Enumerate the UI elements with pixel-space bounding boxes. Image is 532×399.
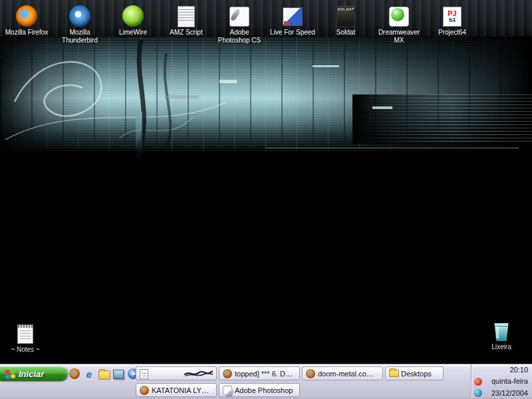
tray-icon-1[interactable] — [474, 378, 482, 386]
firefox-quick-icon[interactable] — [69, 368, 80, 379]
taskbar-row-2: KATATONIA LYRICS - ... Adobe Photoshop — [136, 383, 300, 397]
folder-quick-icon[interactable] — [98, 368, 109, 379]
script-page-icon — [178, 6, 195, 27]
internet-explorer-quick-icon[interactable]: e — [84, 368, 94, 379]
task-area-grip[interactable] — [132, 369, 134, 380]
wallpaper-glitch-chip — [313, 65, 339, 67]
desktop-icon-mozilla-thunderbird[interactable]: Mozilla Thunderbird — [53, 3, 106, 45]
wallpaper-watermark: informica.com — [165, 94, 199, 99]
clock-weekday: quinta-feira — [491, 378, 528, 385]
desktop-icon-label: Lixeira — [491, 343, 511, 351]
wallpaper-streak-lines — [352, 94, 532, 144]
start-button[interactable]: Iniciar — [0, 366, 68, 381]
firefox-icon — [223, 369, 232, 378]
taskbar-row-1: topped] *** 6. Doom... doom-metal.com fo… — [136, 366, 444, 380]
desktop-icon-label: Dreamweaver MX — [373, 29, 425, 45]
desktop-icon-project64[interactable]: PJ 64 Project64 — [426, 3, 479, 45]
task-button-label: doom-metal.com foru... — [318, 370, 379, 378]
recycle-bin-icon — [493, 323, 509, 341]
desktop-icon-adobe-photoshop-cs[interactable]: Adobe Photoshop CS — [213, 3, 266, 45]
task-button-label: Adobe Photoshop — [235, 386, 296, 394]
wallpaper-thin-line — [266, 148, 519, 148]
photoshop-feather-icon — [229, 7, 249, 27]
folder-icon — [389, 370, 399, 377]
limewire-icon — [122, 5, 144, 27]
soldat-icon: SOLDAT — [336, 6, 355, 27]
desktop-icon-label: AMZ Script — [170, 29, 202, 37]
task-button-censored[interactable] — [136, 366, 217, 380]
desktop-icon-amz-script[interactable]: AMZ Script — [160, 3, 213, 45]
desktop-icon-dreamweaver-mx[interactable]: Dreamweaver MX — [372, 3, 426, 45]
system-tray-clock[interactable]: 20:10 quinta-feira 23/12/2004 — [471, 364, 532, 399]
desktop-icon-row: Mozilla Firefox Mozilla Thunderbird Lime… — [0, 3, 479, 45]
task-button-adobe-photoshop[interactable]: Adobe Photoshop — [219, 383, 300, 397]
firefox-icon — [140, 386, 149, 395]
desktop-icon-label: Live For Speed — [270, 29, 315, 37]
ie-letter: e — [86, 369, 92, 379]
soldat-icon-text: SOLDAT — [336, 7, 355, 11]
start-button-label: Iniciar — [19, 369, 51, 379]
notepad-icon — [17, 325, 33, 344]
desktop-icon-limewire[interactable]: LimeWire — [106, 3, 160, 45]
firefox-icon — [306, 369, 315, 378]
task-button-topped-doom[interactable]: topped] *** 6. Doom... — [219, 366, 300, 380]
desktop-icon-lixeira[interactable]: Lixeira — [480, 323, 523, 351]
desktop-icon-label: LimeWire — [119, 29, 147, 37]
dreamweaver-icon — [389, 7, 409, 27]
desktop-icon-live-for-speed[interactable]: Live For Speed — [266, 3, 319, 45]
wallpaper-glitch-column — [136, 112, 142, 153]
clock-time: 20:10 — [509, 366, 528, 374]
live-for-speed-icon — [283, 7, 303, 26]
project64-icon: PJ 64 — [443, 7, 462, 27]
desktop[interactable]: informica.com Mozilla Firefox Mozilla Th… — [0, 0, 532, 364]
desktop-icon-label: Soldat — [336, 29, 355, 37]
desktop-icon-label: Mozilla Thunderbird — [54, 29, 106, 45]
task-button-desktops[interactable]: Desktops — [385, 366, 444, 380]
desktop-icon-label: ~ Notes ~ — [11, 346, 39, 354]
quick-launch-grip[interactable] — [66, 369, 68, 380]
project64-icon-text: 64 — [449, 17, 456, 23]
task-button-label: topped] *** 6. Doom... — [235, 370, 296, 378]
desktop-icon-label: Adobe Photoshop CS — [213, 29, 265, 45]
wallpaper-glitch-chip — [372, 106, 392, 109]
show-desktop-quick-icon[interactable] — [113, 368, 124, 379]
wallpaper-glitch-chip — [219, 80, 237, 83]
photoshop-icon — [223, 386, 232, 395]
desktop-icon-soldat[interactable]: SOLDAT Soldat — [319, 3, 372, 45]
windows-flag-icon — [5, 369, 15, 378]
tray-icon-2[interactable] — [474, 389, 482, 397]
task-button-label: Desktops — [401, 370, 440, 378]
quick-launch-bar: e — [69, 368, 138, 379]
censored-scribble — [184, 369, 213, 378]
desktop-icon-notes[interactable]: ~ Notes ~ — [4, 325, 47, 354]
task-button-label: KATATONIA LYRICS - ... — [152, 386, 213, 394]
desktop-icon-label: Project64 — [438, 29, 466, 37]
desktop-icon-label: Mozilla Firefox — [5, 29, 48, 37]
firefox-icon — [16, 5, 37, 27]
thunderbird-icon — [69, 5, 90, 27]
clock-date: 23/12/2004 — [491, 390, 528, 397]
task-button-katatonia-lyrics[interactable]: KATATONIA LYRICS - ... — [136, 383, 217, 397]
desktop-icon-mozilla-firefox[interactable]: Mozilla Firefox — [0, 3, 53, 45]
task-button-doom-metal-forum[interactable]: doom-metal.com foru... — [302, 366, 383, 380]
taskbar: Iniciar e topped] *** 6. Doom... doom-me… — [0, 364, 532, 399]
